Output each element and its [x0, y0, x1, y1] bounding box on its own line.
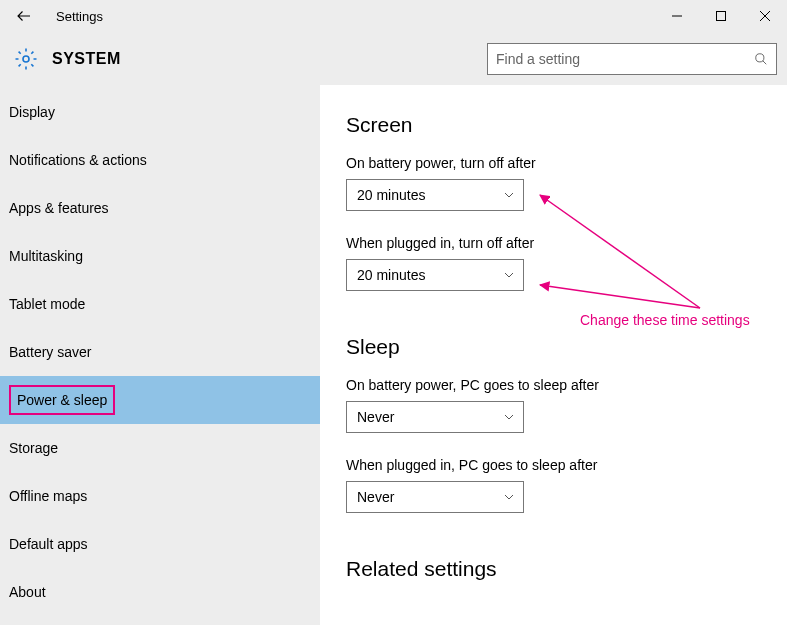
section-title-screen: Screen	[346, 113, 761, 137]
content-layout: Display Notifications & actions Apps & f…	[0, 85, 787, 625]
header: SYSTEM Find a setting	[0, 32, 787, 85]
gear-icon	[14, 47, 38, 71]
sidebar-item-label: Multitasking	[9, 248, 83, 264]
window-title: Settings	[56, 9, 103, 24]
sidebar-item-label: Tablet mode	[9, 296, 85, 312]
maximize-button[interactable]	[699, 0, 743, 32]
sleep-plugged-dropdown[interactable]: Never	[346, 481, 524, 513]
search-placeholder: Find a setting	[496, 51, 580, 67]
page-title: SYSTEM	[52, 50, 121, 68]
sidebar-item-about[interactable]: About	[0, 568, 320, 616]
close-button[interactable]	[743, 0, 787, 32]
sidebar-item-label: Display	[9, 104, 55, 120]
chevron-down-icon	[503, 269, 515, 281]
section-title-sleep: Sleep	[346, 335, 761, 359]
minimize-button[interactable]	[655, 0, 699, 32]
annotation-text: Change these time settings	[580, 312, 750, 328]
titlebar-left: Settings	[0, 0, 103, 32]
sidebar-item-notifications[interactable]: Notifications & actions	[0, 136, 320, 184]
main-content: Screen On battery power, turn off after …	[320, 85, 787, 625]
sidebar-item-apps[interactable]: Apps & features	[0, 184, 320, 232]
close-icon	[759, 10, 771, 22]
sidebar-item-label: Apps & features	[9, 200, 109, 216]
sidebar-item-power-sleep[interactable]: Power & sleep	[0, 376, 320, 424]
window-controls	[655, 0, 787, 32]
dropdown-value: Never	[357, 409, 394, 425]
sidebar-item-multitasking[interactable]: Multitasking	[0, 232, 320, 280]
svg-rect-1	[717, 12, 726, 21]
sidebar-item-label: Power & sleep	[9, 385, 115, 415]
titlebar: Settings	[0, 0, 787, 32]
sidebar-item-label: Default apps	[9, 536, 88, 552]
sidebar-item-display[interactable]: Display	[0, 88, 320, 136]
svg-point-4	[23, 56, 29, 62]
screen-plugged-dropdown[interactable]: 20 minutes	[346, 259, 524, 291]
dropdown-value: 20 minutes	[357, 267, 425, 283]
svg-line-6	[763, 60, 767, 64]
sidebar: Display Notifications & actions Apps & f…	[0, 85, 320, 625]
sidebar-item-label: Storage	[9, 440, 58, 456]
sidebar-item-offline-maps[interactable]: Offline maps	[0, 472, 320, 520]
sleep-battery-dropdown[interactable]: Never	[346, 401, 524, 433]
chevron-down-icon	[503, 491, 515, 503]
dropdown-value: 20 minutes	[357, 187, 425, 203]
svg-point-5	[756, 53, 764, 61]
search-input[interactable]: Find a setting	[487, 43, 777, 75]
sleep-plugged-label: When plugged in, PC goes to sleep after	[346, 457, 761, 473]
sidebar-item-storage[interactable]: Storage	[0, 424, 320, 472]
search-icon	[754, 52, 768, 66]
back-arrow-icon	[15, 7, 33, 25]
chevron-down-icon	[503, 189, 515, 201]
sidebar-item-tablet[interactable]: Tablet mode	[0, 280, 320, 328]
back-button[interactable]	[0, 0, 48, 32]
minimize-icon	[671, 10, 683, 22]
chevron-down-icon	[503, 411, 515, 423]
section-title-related: Related settings	[346, 557, 761, 581]
sleep-battery-label: On battery power, PC goes to sleep after	[346, 377, 761, 393]
maximize-icon	[715, 10, 727, 22]
sidebar-item-label: Notifications & actions	[9, 152, 147, 168]
sidebar-item-label: Battery saver	[9, 344, 91, 360]
sidebar-item-label: About	[9, 584, 46, 600]
screen-battery-label: On battery power, turn off after	[346, 155, 761, 171]
sidebar-item-default-apps[interactable]: Default apps	[0, 520, 320, 568]
screen-plugged-label: When plugged in, turn off after	[346, 235, 761, 251]
sidebar-item-battery[interactable]: Battery saver	[0, 328, 320, 376]
screen-battery-dropdown[interactable]: 20 minutes	[346, 179, 524, 211]
header-left: SYSTEM	[14, 47, 121, 71]
sidebar-item-label: Offline maps	[9, 488, 87, 504]
dropdown-value: Never	[357, 489, 394, 505]
